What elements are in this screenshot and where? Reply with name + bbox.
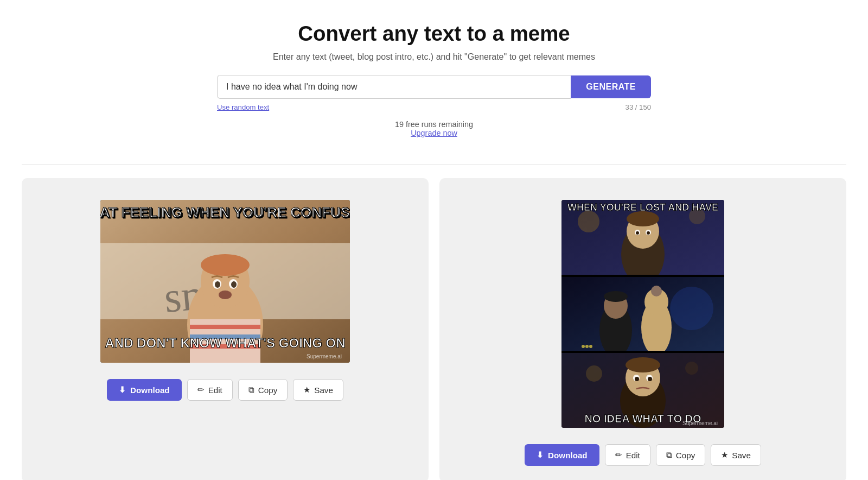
download-icon: ⬇	[119, 385, 126, 395]
page-header: Convert any text to a meme Enter any tex…	[22, 0, 846, 151]
svg-text:WHEN YOU'RE LOST AND HAVE: WHEN YOU'RE LOST AND HAVE	[567, 202, 718, 213]
svg-point-42	[586, 365, 602, 382]
memes-grid: sm	[22, 178, 846, 480]
download-icon-2: ⬇	[537, 450, 544, 460]
svg-point-34	[604, 291, 628, 302]
page-title: Convert any text to a meme	[33, 22, 835, 46]
meme-1-download-button[interactable]: ⬇ Download	[107, 379, 182, 401]
svg-rect-52	[561, 275, 724, 277]
svg-rect-53	[561, 351, 724, 353]
section-divider	[22, 165, 846, 165]
svg-point-49	[635, 377, 639, 381]
svg-point-46	[626, 357, 660, 372]
svg-point-37	[651, 286, 662, 296]
meme-2-actions: ⬇ Download ✏ Edit ⧉ Copy ★ Save	[525, 444, 761, 466]
svg-point-43	[685, 362, 698, 375]
svg-rect-8	[190, 325, 260, 329]
svg-point-6	[201, 254, 250, 276]
svg-point-27	[636, 231, 639, 235]
input-meta: Use random text 33 / 150	[217, 103, 651, 111]
meme-image-1: sm	[100, 200, 350, 363]
edit-icon-2: ✏	[615, 450, 622, 460]
meme-1-save-button[interactable]: ★ Save	[293, 379, 343, 401]
meme-1-copy-button[interactable]: ⧉ Copy	[238, 379, 288, 401]
char-count: 33 / 150	[626, 103, 651, 111]
star-icon-2: ★	[721, 450, 728, 460]
svg-point-28	[647, 231, 650, 235]
meme-2-download-button[interactable]: ⬇ Download	[525, 444, 599, 466]
generate-button[interactable]: GENERATE	[571, 75, 651, 98]
download-label: Download	[130, 386, 170, 395]
svg-point-20	[578, 211, 599, 232]
svg-text:Supermeme.ai: Supermeme.ai	[682, 420, 718, 426]
upgrade-link[interactable]: Upgrade now	[411, 129, 457, 137]
meme-2-save-button[interactable]: ★ Save	[711, 444, 761, 466]
svg-text:Supermeme.ai: Supermeme.ai	[307, 353, 342, 359]
save-label: Save	[314, 386, 333, 395]
svg-point-38	[582, 345, 585, 348]
meme-1-actions: ⬇ Download ✏ Edit ⧉ Copy ★ Save	[107, 379, 343, 401]
save-label-2: Save	[732, 451, 751, 460]
svg-point-15	[219, 290, 232, 299]
edit-icon: ✏	[197, 385, 205, 395]
svg-point-13	[215, 281, 220, 288]
svg-point-39	[585, 345, 589, 348]
random-text-link[interactable]: Use random text	[217, 103, 269, 111]
svg-point-40	[589, 345, 592, 348]
svg-point-14	[231, 281, 237, 288]
svg-point-31	[670, 287, 713, 330]
free-runs-text: 19 free runs remaining	[395, 120, 473, 129]
text-input[interactable]	[217, 75, 571, 99]
page-subtitle: Enter any text (tweet, blog post intro, …	[33, 52, 835, 62]
svg-point-50	[648, 377, 652, 381]
copy-icon-2: ⧉	[666, 450, 672, 460]
meme-card-2: WHEN YOU'RE LOST AND HAVE	[439, 178, 846, 480]
svg-text:THAT FEELING WHEN YOU'RE CONFU: THAT FEELING WHEN YOU'RE CONFUSED	[100, 204, 350, 220]
star-icon: ★	[303, 385, 310, 395]
svg-point-24	[627, 211, 659, 226]
edit-label-2: Edit	[626, 451, 640, 460]
meme-2-copy-button[interactable]: ⧉ Copy	[656, 444, 705, 466]
input-row: GENERATE	[217, 75, 651, 99]
copy-label-2: Copy	[676, 451, 695, 460]
free-runs-info: 19 free runs remaining Upgrade now	[33, 120, 835, 137]
copy-icon: ⧉	[248, 385, 254, 395]
edit-label: Edit	[208, 386, 222, 395]
meme-2-edit-button[interactable]: ✏ Edit	[605, 444, 650, 466]
meme-card-1: sm	[22, 178, 429, 480]
svg-text:AND DON'T KNOW WHAT'S GOING ON: AND DON'T KNOW WHAT'S GOING ON	[105, 336, 346, 350]
copy-label: Copy	[258, 386, 277, 395]
download-label-2: Download	[548, 451, 588, 460]
meme-1-edit-button[interactable]: ✏ Edit	[187, 379, 233, 401]
meme-image-2: WHEN YOU'RE LOST AND HAVE	[561, 200, 724, 428]
